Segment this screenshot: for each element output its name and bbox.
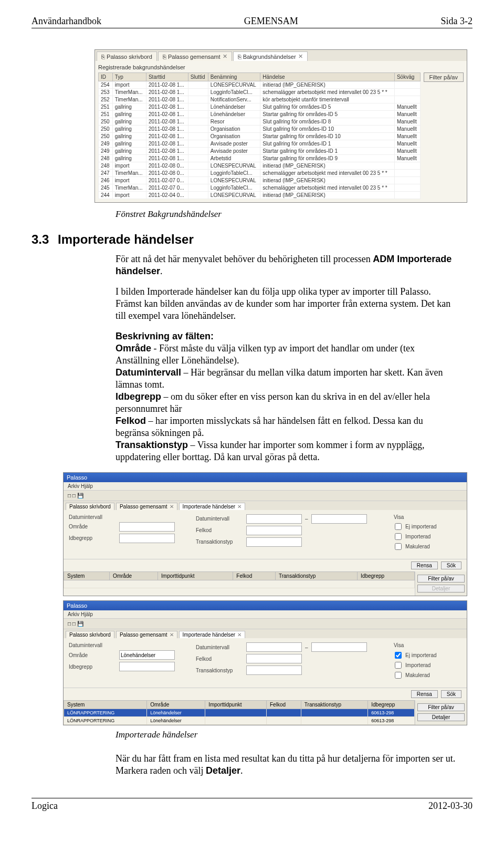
form-buttons: Rensa Sök [64, 688, 467, 700]
table-row[interactable]: 245TimerMan...2011-02-07 0...LogginfoTab… [99, 184, 421, 192]
datum-from-input[interactable] [246, 642, 302, 652]
detaljer-button[interactable]: Detaljer [417, 585, 465, 592]
table-row[interactable]: 248import2011-02-08 0...LONESPECURVALini… [99, 162, 421, 170]
tab-importerade-händelser[interactable]: Importerade händelser ✕ [179, 631, 246, 638]
page-header: Användarhandbok GEMENSAM Sida 3-2 [32, 16, 472, 28]
tab-palasso-gemensamt[interactable]: Palasso gemensamt ✕ [116, 631, 177, 638]
table-row[interactable]: 253TimerMan...2011-02-08 1...LogginfoTab… [99, 89, 421, 96]
paragraph-result: När du har fått fram en lista med result… [116, 753, 457, 777]
col-header[interactable]: Felkod [233, 572, 276, 580]
col-header[interactable]: Händelse [260, 73, 395, 81]
tab-palasso-gemensamt[interactable]: Palasso gemensamt ✕ [116, 503, 177, 510]
tab-palasso-gemensamt[interactable]: ⎘ Palasso gemensamt ✕ [158, 51, 232, 61]
table-row[interactable]: 250gallring2011-02-08 1...OrganisationSl… [99, 126, 421, 133]
rensa-button[interactable]: Rensa [411, 562, 438, 569]
header-left: Användarhandbok [32, 16, 101, 27]
table-row[interactable]: LÖNRAPPORTERINGLönehändelser60613-298 [64, 709, 415, 717]
search-form: Datumintervall Område Idbegrepp Datumint… [64, 510, 467, 560]
chk-ej-importerad[interactable] [395, 523, 402, 530]
chk-importerad[interactable] [395, 533, 402, 540]
table-row[interactable]: 244import2011-02-04 0...LONESPECURVALini… [99, 192, 421, 199]
filter-button[interactable]: Filter på/av [417, 575, 465, 583]
close-icon[interactable]: ✕ [170, 504, 174, 510]
col-header[interactable]: Idbegrepp [368, 701, 415, 709]
col-header[interactable]: Starttid [146, 73, 188, 81]
chk-makulerad[interactable] [395, 672, 402, 679]
chk-importerad[interactable] [395, 662, 402, 669]
table-row[interactable]: LÖNRAPPORTERINGLönehändelser60613-298 [64, 717, 415, 725]
table-row[interactable]: 247TimerMan...2011-02-08 0...LogginfoTab… [99, 170, 421, 177]
visa-fieldset: Visa Ej importerad Importerad Makulerad [389, 642, 440, 683]
section-heading: 3.3 Importerade händelser [32, 232, 472, 247]
close-icon[interactable]: ✕ [170, 632, 174, 638]
window-toolbar: □ □ 💾 [64, 491, 467, 501]
table-row[interactable]: 252TimerMan...2011-02-08 1...Notificatio… [99, 96, 421, 103]
col-header[interactable]: System [64, 701, 147, 709]
tab-palasso-skrivbord[interactable]: Palasso skrivbord [66, 503, 114, 510]
col-header[interactable]: Importtidpunkt [205, 701, 267, 709]
sok-button[interactable]: Sök [441, 690, 461, 698]
section-title: Importerade händelser [58, 232, 194, 247]
col-header[interactable]: Importtidpunkt [158, 572, 233, 580]
table-row[interactable]: 249gallring2011-02-08 1...Avvisade poste… [99, 140, 421, 148]
window-titlebar: Palasso [64, 473, 467, 482]
col-header[interactable]: Område [147, 701, 205, 709]
form-buttons: Rensa Sök [64, 559, 467, 571]
col-header[interactable]: Typ [112, 73, 146, 81]
table-row[interactable]: 248gallring2011-02-08 1...ArbetstidStart… [99, 155, 421, 162]
table-row[interactable]: 254import2011-02-08 1...LONESPECURVALini… [99, 81, 421, 89]
idbegrepp-input[interactable] [119, 662, 175, 671]
col-header[interactable]: Område [109, 572, 158, 580]
window-menu[interactable]: Arkiv Hjälp [64, 610, 467, 619]
col-header[interactable]: Benämning [208, 73, 260, 81]
screenshot-tabs: ⎘ Palasso skrivbord⎘ Palasso gemensamt ✕… [95, 50, 467, 61]
close-icon[interactable]: ✕ [298, 53, 303, 60]
chk-makulerad[interactable] [395, 543, 402, 550]
close-icon[interactable]: ✕ [223, 53, 227, 60]
header-right: Sida 3-2 [440, 16, 472, 27]
col-header[interactable]: ID [99, 73, 113, 81]
transtyp-input[interactable] [246, 537, 302, 547]
table-row[interactable]: 250gallring2011-02-08 1...ResorSlut gall… [99, 118, 421, 126]
col-header[interactable]: Transaktionstyp [275, 572, 357, 580]
table-row[interactable]: 251gallring2011-02-08 1...LönehändelserS… [99, 111, 421, 118]
footer-left: Logica [32, 800, 58, 812]
tab-palasso-skrivbord[interactable]: ⎘ Palasso skrivbord [97, 51, 157, 61]
datum-to-input[interactable] [311, 514, 367, 524]
col-header[interactable]: Transaktionstyp [301, 701, 368, 709]
table-row[interactable]: 251gallring2011-02-08 1...LönehändelserS… [99, 103, 421, 111]
window-tabs: Palasso skrivbordPalasso gemensamt ✕Impo… [64, 629, 467, 638]
datum-to-input[interactable] [311, 642, 367, 652]
datum-from-input[interactable] [246, 514, 302, 524]
section-number: 3.3 [32, 232, 58, 247]
table-row[interactable]: 250gallring2011-02-08 1...OrganisationSt… [99, 133, 421, 140]
close-icon[interactable]: ✕ [237, 632, 242, 638]
window-menu[interactable]: Arkiv Hjälp [64, 482, 467, 491]
felkod-input[interactable] [246, 526, 302, 535]
omrade-input[interactable] [119, 522, 175, 532]
col-header[interactable]: Idbegrepp [358, 572, 415, 580]
table-row[interactable]: 249gallring2011-02-08 1...Avvisade poste… [99, 148, 421, 155]
transtyp-input[interactable] [246, 666, 302, 675]
sok-button[interactable]: Sök [441, 562, 461, 569]
idbegrepp-input[interactable] [119, 534, 175, 543]
tab-palasso-skrivbord[interactable]: Palasso skrivbord [66, 631, 114, 638]
caption-screenshot1: Fönstret Bakgrundshändelser [116, 209, 472, 220]
paragraph-intro: För att nå det här menyvalet behöver du … [116, 253, 457, 277]
filter-toggle-button[interactable]: Filter på/av [424, 72, 464, 82]
tab-importerade-händelser[interactable]: Importerade händelser ✕ [179, 503, 246, 510]
table-row[interactable]: 246import2011-02-07 0...LONESPECURVALini… [99, 177, 421, 184]
col-header[interactable]: System [64, 572, 110, 580]
search-form: Datumintervall Område Idbegrepp Datumint… [64, 638, 467, 688]
filter-button[interactable]: Filter på/av [417, 703, 465, 711]
tab-bakgrundshändelser[interactable]: ⎘ Bakgrundshändelser ✕ [233, 51, 308, 61]
detaljer-button[interactable]: Detaljer [417, 713, 465, 721]
felkod-input[interactable] [246, 654, 302, 663]
col-header[interactable]: Sökväg [394, 73, 420, 81]
chk-ej-importerad[interactable] [395, 652, 402, 659]
close-icon[interactable]: ✕ [237, 504, 242, 510]
omrade-input[interactable] [119, 650, 175, 660]
col-header[interactable]: Sluttid [188, 73, 208, 81]
rensa-button[interactable]: Rensa [411, 690, 438, 698]
col-header[interactable]: Felkod [267, 701, 301, 709]
